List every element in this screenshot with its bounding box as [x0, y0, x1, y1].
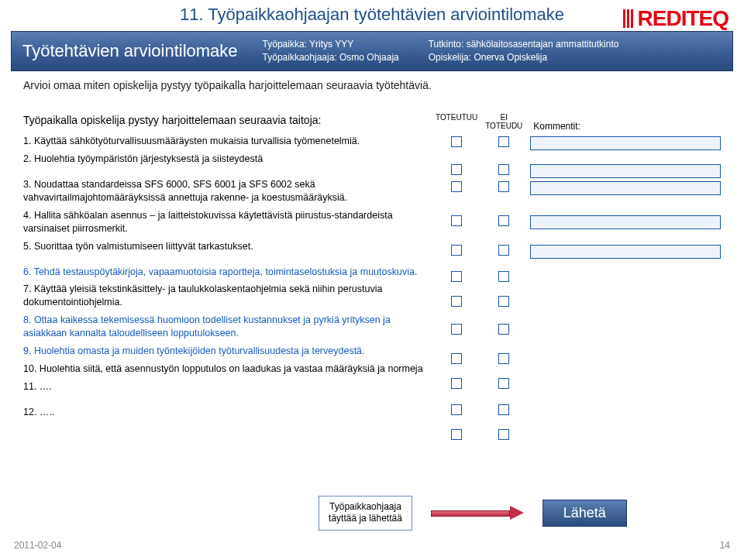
items-list: Työpaikalla opiskelija pystyy harjoittel…: [23, 113, 426, 452]
item-3: 3. Noudattaa standardeissa SFS 6000, SFS…: [23, 178, 426, 204]
item-6-link[interactable]: 6. Tehdä testauspöytäkirjoja, vapaamuoto…: [23, 266, 417, 277]
item-12: 12. …..: [23, 406, 426, 419]
item-10: 10. Huolehtia siitä, että asennustyön lo…: [23, 362, 426, 376]
chk-toteutuu-12[interactable]: [451, 429, 462, 440]
footer-date: 2011-02-04: [14, 540, 61, 551]
item-2: 2. Huolehtia työympäristön järjestyksest…: [23, 153, 426, 166]
chk-toteutuu-10[interactable]: [451, 378, 462, 389]
chk-toteutuu-3[interactable]: [451, 181, 462, 192]
comment-4[interactable]: [530, 215, 721, 229]
item-8: 8. Ottaa kaikessa tekemisessä huomioon t…: [23, 314, 426, 340]
banner-col-workplace: Työpaikka: Yritys YYY Työpaikkaohjaaja: …: [263, 38, 399, 64]
chk-toteutuu-11[interactable]: [451, 404, 462, 415]
item-8-link[interactable]: 8. Ottaa kaikessa tekemisessä huomioon t…: [23, 314, 391, 338]
chk-toteutuu-8[interactable]: [451, 324, 462, 335]
item-5: 5. Suorittaa työn valmistumiseen liittyv…: [23, 240, 426, 253]
page-footer: 2011-02-04 14: [0, 540, 744, 551]
logo: REDITEQ: [623, 6, 728, 31]
comment-2[interactable]: [530, 164, 721, 178]
arrow-right-icon: [431, 507, 524, 518]
page-title: 11. Työpaikkaohjaajan työtehtävien arvio…: [180, 5, 564, 25]
item-6: 6. Tehdä testauspöytäkirjoja, vapaamuoto…: [23, 266, 426, 279]
comment-1[interactable]: [530, 136, 721, 150]
column-ei-toteudu: EITOTEUDU: [484, 113, 524, 452]
chk-ei-3[interactable]: [498, 181, 509, 192]
form-title: Työtehtävien arviointilomake: [22, 41, 238, 61]
column-comments: Kommentit:: [530, 113, 721, 452]
intro-text: Arvioi omaa miten opiskelija pystyy työp…: [23, 79, 721, 91]
section-heading: Työpaikalla opiskelija pystyy harjoittel…: [23, 113, 426, 128]
col-head-comments: Kommentit:: [530, 113, 721, 132]
value-degree: sähkölaitosasentajan ammattitutkinto: [467, 39, 619, 50]
chk-toteutuu-5[interactable]: [451, 245, 462, 256]
chk-ei-5[interactable]: [498, 245, 509, 256]
label-student: Opiskelija:: [429, 52, 471, 63]
chk-ei-9[interactable]: [498, 353, 509, 364]
footer-page-number: 14: [720, 540, 730, 551]
note-line-1: Työpaikkaohjaaja: [329, 501, 402, 514]
comment-5[interactable]: [530, 245, 721, 259]
column-toteutuu: TOTEUTUU: [436, 113, 477, 452]
logo-bars-icon: [623, 9, 633, 28]
chk-ei-11[interactable]: [498, 404, 509, 415]
chk-toteutuu-6[interactable]: [451, 271, 462, 282]
chk-ei-1[interactable]: [498, 136, 509, 147]
value-student: Onerva Opiskelija: [474, 52, 547, 63]
chk-toteutuu-4[interactable]: [451, 215, 462, 226]
item-9-link[interactable]: 9. Huolehtia omasta ja muiden työntekijö…: [23, 345, 365, 356]
item-9: 9. Huolehtia omasta ja muiden työntekijö…: [23, 345, 426, 358]
col-head-toteutuu: TOTEUTUU: [436, 113, 477, 132]
chk-ei-10[interactable]: [498, 378, 509, 389]
item-11: 11. ….: [23, 380, 426, 393]
item-7: 7. Käyttää yleisiä tekstinkäsittely- ja …: [23, 283, 426, 309]
send-button[interactable]: Lähetä: [542, 500, 627, 527]
chk-ei-12[interactable]: [498, 429, 509, 440]
chk-toteutuu-2[interactable]: [451, 164, 462, 175]
note-line-2: täyttää ja lähettää: [329, 513, 402, 525]
banner-col-degree: Tutkinto: sähkölaitosasentajan ammattitu…: [429, 38, 722, 64]
value-instructor: Osmo Ohjaaja: [339, 52, 399, 63]
label-instructor: Työpaikkaohjaaja:: [263, 52, 337, 63]
item-1: 1. Käyttää sähkötyöturvallisuusmääräyste…: [23, 135, 426, 148]
chk-ei-6[interactable]: [498, 271, 509, 282]
col-head-ei-toteudu: EITOTEUDU: [485, 113, 522, 132]
logo-text: REDITEQ: [638, 6, 728, 31]
chk-ei-4[interactable]: [498, 215, 509, 226]
chk-toteutuu-1[interactable]: [451, 136, 462, 147]
label-degree: Tutkinto:: [429, 39, 464, 50]
comment-3[interactable]: [530, 181, 721, 195]
value-workplace: Yritys YYY: [309, 39, 353, 50]
form-banner: Työtehtävien arviointilomake Työpaikka: …: [11, 31, 733, 71]
note-box: Työpaikkaohjaaja täyttää ja lähettää: [319, 496, 412, 531]
label-workplace: Työpaikka:: [263, 39, 307, 50]
chk-toteutuu-7[interactable]: [451, 296, 462, 307]
chk-ei-2[interactable]: [498, 164, 509, 175]
chk-ei-8[interactable]: [498, 324, 509, 335]
chk-toteutuu-9[interactable]: [451, 353, 462, 364]
chk-ei-7[interactable]: [498, 296, 509, 307]
item-4: 4. Hallita sähköalan asennus – ja laitte…: [23, 209, 426, 235]
